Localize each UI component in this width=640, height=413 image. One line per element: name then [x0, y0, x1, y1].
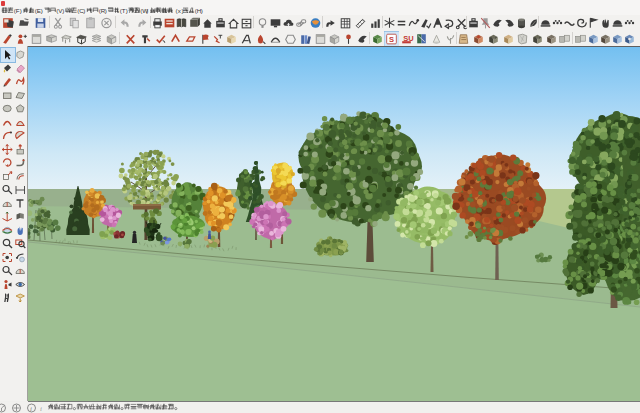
svg-text:): ): [62, 7, 64, 14]
svg-text:): ): [126, 7, 128, 14]
svg-text:): ): [20, 7, 22, 14]
svg-text:): ): [41, 7, 43, 14]
svg-text:): ): [201, 7, 203, 14]
svg-text:): ): [105, 7, 107, 14]
svg-text:S: S: [388, 35, 393, 44]
svg-text:i: i: [40, 405, 42, 413]
svg-text:i: i: [30, 405, 32, 413]
svg-text:): ): [83, 7, 85, 14]
svg-text:): ): [146, 7, 148, 14]
